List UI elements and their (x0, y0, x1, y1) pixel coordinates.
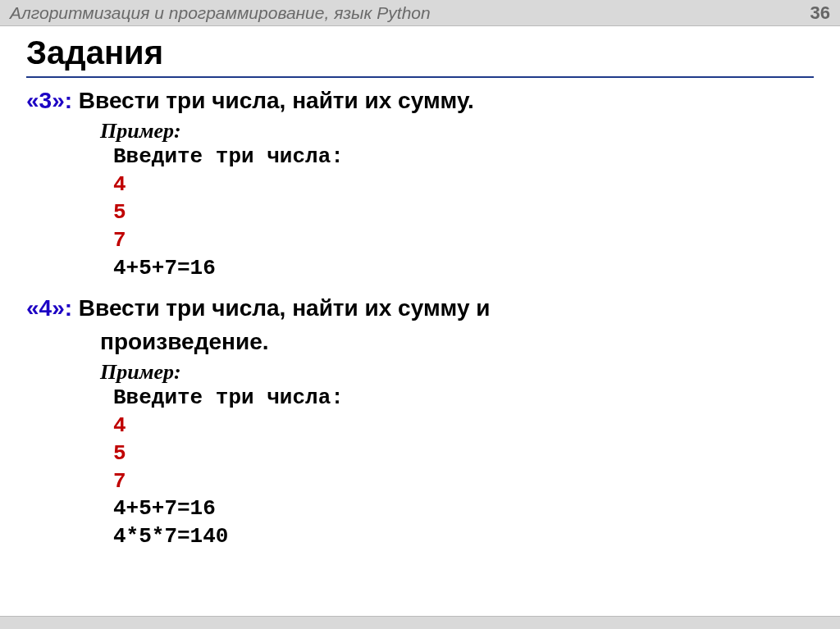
code-input-3: 7 (113, 468, 814, 496)
code-result-sum: 4+5+7=16 (113, 495, 814, 523)
header-bar: Алгоритмизация и программирование, язык … (0, 0, 840, 26)
task-4: «4»: Ввести три числа, найти их сумму и (26, 294, 814, 323)
code-input-1: 4 (113, 171, 814, 199)
code-result-sum: 4+5+7=16 (113, 255, 814, 283)
header-title: Алгоритмизация и программирование, язык … (10, 3, 431, 23)
task-3-code: Введите три числа: 4 5 7 4+5+7=16 (113, 144, 814, 282)
slide-content: Задания «3»: Ввести три числа, найти их … (0, 26, 840, 551)
code-result-product: 4*5*7=140 (113, 523, 814, 551)
code-input-1: 4 (113, 412, 814, 440)
code-input-2: 5 (113, 199, 814, 227)
page-number: 36 (810, 2, 830, 24)
task-4-text-line1: Ввести три числа, найти их сумму и (79, 295, 491, 321)
task-3: «3»: Ввести три числа, найти их сумму. (26, 86, 814, 116)
grade-4-label: «4»: (26, 295, 72, 321)
slide-heading: Задания (26, 34, 814, 71)
footer-bar (0, 616, 840, 629)
task-4-example-label: Пример: (100, 360, 814, 385)
grade-3-label: «3»: (26, 88, 72, 113)
heading-divider (26, 76, 814, 78)
code-input-2: 5 (113, 440, 814, 468)
code-prompt: Введите три числа: (113, 385, 814, 412)
task-3-text: Ввести три числа, найти их сумму. (79, 88, 474, 113)
task-4-code: Введите три числа: 4 5 7 4+5+7=16 4*5*7=… (113, 385, 814, 551)
code-prompt: Введите три числа: (113, 144, 814, 171)
task-4-text-line2-wrap: произведение. (100, 327, 814, 357)
code-input-3: 7 (113, 227, 814, 255)
task-4-text-line2: произведение. (100, 329, 269, 354)
task-3-example-label: Пример: (100, 119, 814, 144)
